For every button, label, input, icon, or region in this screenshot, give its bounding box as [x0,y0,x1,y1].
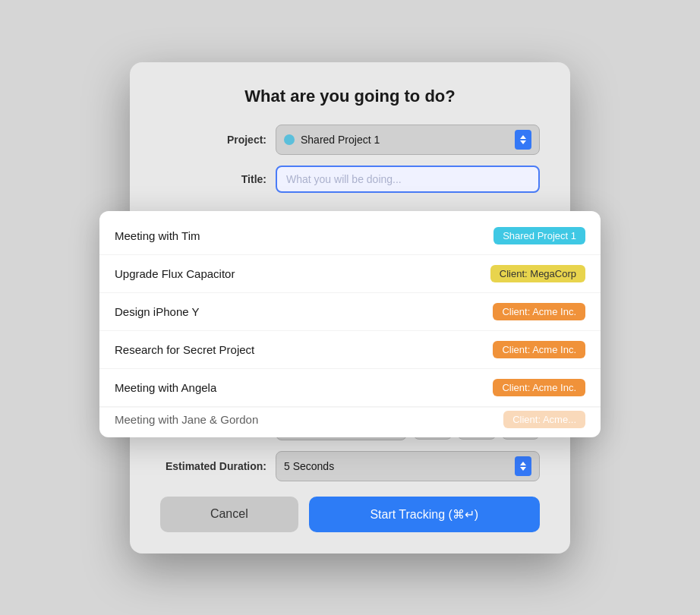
project-dot-icon [284,134,295,145]
list-item[interactable]: Meeting with Tim Shared Project 1 [99,217,601,255]
item-tag: Client: Acme Inc. [493,341,585,358]
item-tag-partial: Client: Acme... [503,411,585,428]
item-title: Meeting with Tim [115,229,200,242]
start-tracking-button[interactable]: Start Tracking (⌘↵) [309,497,540,532]
project-row: Project: Shared Project 1 [160,125,540,155]
main-dialog: What are you going to do? Project: Share… [130,62,570,554]
dialog-title: What are you going to do? [160,87,540,106]
duration-stepper-down-icon [520,467,526,471]
item-title: Meeting with Angela [115,381,216,394]
title-row: Title: [160,166,540,193]
project-select-text: Shared Project 1 [301,134,515,146]
item-title-partial: Meeting with Jane & Gordon [115,413,258,426]
buttons-row: Cancel Start Tracking (⌘↵) [160,497,540,532]
list-item[interactable]: Meeting with Angela Client: Acme Inc. [99,369,601,407]
item-title: Upgrade Flux Capacitor [115,267,235,280]
item-tag: Client: Acme Inc. [493,303,585,320]
project-select[interactable]: Shared Project 1 [276,125,540,155]
item-title: Design iPhone Y [115,305,199,318]
list-item-partial[interactable]: Meeting with Jane & Gordon Client: Acme.… [99,407,601,431]
duration-label: Estimated Duration: [160,460,266,472]
duration-stepper[interactable] [515,456,531,476]
title-label: Title: [160,173,266,185]
list-item[interactable]: Research for Secret Project Client: Acme… [99,331,601,369]
item-tag: Client: Acme Inc. [493,379,585,396]
suggestions-dropdown: Meeting with Tim Shared Project 1 Upgrad… [99,211,601,437]
duration-stepper-up-icon [520,462,526,465]
item-title: Research for Secret Project [115,343,254,356]
project-stepper-up-icon [520,135,526,139]
list-item[interactable]: Design iPhone Y Client: Acme Inc. [99,293,601,331]
duration-row: Estimated Duration: 5 Seconds [160,451,540,481]
cancel-button[interactable]: Cancel [160,497,298,532]
item-tag: Shared Project 1 [493,227,585,244]
project-stepper-down-icon [520,140,526,144]
duration-select[interactable]: 5 Seconds [276,451,540,481]
project-stepper[interactable] [515,130,531,150]
project-label: Project: [160,134,266,146]
list-item[interactable]: Upgrade Flux Capacitor Client: MegaCorp [99,255,601,293]
item-tag: Client: MegaCorp [490,265,585,282]
title-input[interactable] [276,166,540,193]
duration-value: 5 Seconds [284,460,515,472]
